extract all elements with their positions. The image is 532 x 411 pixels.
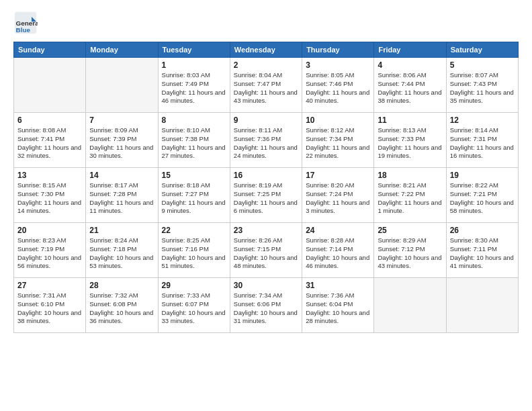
calendar-week-2: 6Sunrise: 8:08 AMSunset: 7:41 PMDaylight… — [14, 113, 519, 168]
day-number: 3 — [306, 60, 370, 70]
day-header-wednesday: Wednesday — [230, 42, 302, 58]
day-info: Sunrise: 8:17 AMSunset: 7:28 PMDaylight:… — [89, 181, 154, 216]
day-info: Sunrise: 8:06 AMSunset: 7:44 PMDaylight:… — [378, 71, 442, 105]
table-row: 19Sunrise: 8:22 AMSunset: 7:21 PMDayligh… — [446, 168, 518, 223]
day-info: Sunrise: 8:07 AMSunset: 7:43 PMDaylight:… — [450, 71, 515, 105]
table-row: 21Sunrise: 8:24 AMSunset: 7:18 PMDayligh… — [86, 223, 158, 278]
day-number: 28 — [89, 281, 154, 290]
day-header-saturday: Saturday — [446, 42, 518, 58]
day-info: Sunrise: 7:31 AMSunset: 6:10 PMDaylight:… — [17, 291, 82, 326]
day-header-monday: Monday — [86, 42, 158, 58]
day-number: 1 — [162, 60, 226, 70]
day-info: Sunrise: 8:19 AMSunset: 7:25 PMDaylight:… — [234, 181, 298, 216]
table-row: 30Sunrise: 7:34 AMSunset: 6:06 PMDayligh… — [230, 278, 302, 333]
day-number: 19 — [450, 171, 515, 180]
table-row: 9Sunrise: 8:11 AMSunset: 7:36 PMDaylight… — [230, 113, 302, 168]
day-info: Sunrise: 8:21 AMSunset: 7:22 PMDaylight:… — [378, 181, 442, 216]
table-row: 8Sunrise: 8:10 AMSunset: 7:38 PMDaylight… — [158, 113, 230, 168]
logo-icon: General Blue — [13, 11, 38, 35]
table-row: 4Sunrise: 8:06 AMSunset: 7:44 PMDaylight… — [374, 58, 446, 113]
day-info: Sunrise: 8:29 AMSunset: 7:12 PMDaylight:… — [378, 236, 442, 271]
table-row: 1Sunrise: 8:03 AMSunset: 7:49 PMDaylight… — [158, 58, 230, 113]
day-info: Sunrise: 8:22 AMSunset: 7:21 PMDaylight:… — [450, 181, 515, 216]
table-row: 7Sunrise: 8:09 AMSunset: 7:39 PMDaylight… — [86, 113, 158, 168]
day-number: 23 — [234, 226, 298, 235]
calendar-header-row: SundayMondayTuesdayWednesdayThursdayFrid… — [14, 42, 519, 58]
header: General Blue — [13, 11, 519, 35]
day-number: 5 — [450, 60, 515, 70]
day-info: Sunrise: 8:05 AMSunset: 7:46 PMDaylight:… — [306, 71, 370, 105]
day-header-friday: Friday — [374, 42, 446, 58]
day-number: 20 — [17, 226, 82, 235]
calendar-table: SundayMondayTuesdayWednesdayThursdayFrid… — [13, 42, 519, 333]
day-number: 18 — [378, 171, 442, 180]
day-number: 31 — [306, 281, 370, 290]
day-number: 10 — [306, 116, 370, 125]
day-info: Sunrise: 8:15 AMSunset: 7:30 PMDaylight:… — [17, 181, 82, 216]
day-number: 24 — [306, 226, 370, 235]
day-info: Sunrise: 8:20 AMSunset: 7:24 PMDaylight:… — [306, 181, 370, 216]
day-number: 9 — [234, 116, 298, 125]
table-row: 11Sunrise: 8:13 AMSunset: 7:33 PMDayligh… — [374, 113, 446, 168]
table-row: 13Sunrise: 8:15 AMSunset: 7:30 PMDayligh… — [14, 168, 86, 223]
table-row: 25Sunrise: 8:29 AMSunset: 7:12 PMDayligh… — [374, 223, 446, 278]
table-row: 5Sunrise: 8:07 AMSunset: 7:43 PMDaylight… — [446, 58, 518, 113]
day-header-sunday: Sunday — [14, 42, 86, 58]
day-number: 14 — [89, 171, 154, 180]
table-row — [14, 58, 86, 113]
day-info: Sunrise: 8:23 AMSunset: 7:19 PMDaylight:… — [17, 236, 82, 271]
day-number: 7 — [89, 116, 154, 125]
calendar-week-3: 13Sunrise: 8:15 AMSunset: 7:30 PMDayligh… — [14, 168, 519, 223]
table-row: 26Sunrise: 8:30 AMSunset: 7:11 PMDayligh… — [446, 223, 518, 278]
table-row: 14Sunrise: 8:17 AMSunset: 7:28 PMDayligh… — [86, 168, 158, 223]
day-number: 17 — [306, 171, 370, 180]
svg-text:Blue: Blue — [16, 26, 31, 34]
table-row: 23Sunrise: 8:26 AMSunset: 7:15 PMDayligh… — [230, 223, 302, 278]
day-number: 12 — [450, 116, 515, 125]
day-info: Sunrise: 8:30 AMSunset: 7:11 PMDaylight:… — [450, 236, 515, 271]
table-row: 28Sunrise: 7:32 AMSunset: 6:08 PMDayligh… — [86, 278, 158, 333]
table-row: 18Sunrise: 8:21 AMSunset: 7:22 PMDayligh… — [374, 168, 446, 223]
day-info: Sunrise: 8:28 AMSunset: 7:14 PMDaylight:… — [306, 236, 370, 271]
table-row: 17Sunrise: 8:20 AMSunset: 7:24 PMDayligh… — [302, 168, 374, 223]
table-row: 12Sunrise: 8:14 AMSunset: 7:31 PMDayligh… — [446, 113, 518, 168]
table-row: 16Sunrise: 8:19 AMSunset: 7:25 PMDayligh… — [230, 168, 302, 223]
table-row: 10Sunrise: 8:12 AMSunset: 7:34 PMDayligh… — [302, 113, 374, 168]
day-info: Sunrise: 8:04 AMSunset: 7:47 PMDaylight:… — [234, 71, 298, 105]
table-row: 29Sunrise: 7:33 AMSunset: 6:07 PMDayligh… — [158, 278, 230, 333]
day-info: Sunrise: 8:26 AMSunset: 7:15 PMDaylight:… — [234, 236, 298, 271]
table-row — [86, 58, 158, 113]
day-info: Sunrise: 7:34 AMSunset: 6:06 PMDaylight:… — [234, 291, 298, 326]
table-row: 3Sunrise: 8:05 AMSunset: 7:46 PMDaylight… — [302, 58, 374, 113]
day-info: Sunrise: 8:24 AMSunset: 7:18 PMDaylight:… — [89, 236, 154, 271]
day-number: 27 — [17, 281, 82, 290]
logo: General Blue — [13, 11, 40, 35]
day-number: 29 — [162, 281, 226, 290]
table-row: 31Sunrise: 7:36 AMSunset: 6:04 PMDayligh… — [302, 278, 374, 333]
table-row: 22Sunrise: 8:25 AMSunset: 7:16 PMDayligh… — [158, 223, 230, 278]
day-info: Sunrise: 8:03 AMSunset: 7:49 PMDaylight:… — [162, 71, 226, 105]
day-info: Sunrise: 8:10 AMSunset: 7:38 PMDaylight:… — [162, 126, 226, 161]
day-info: Sunrise: 8:13 AMSunset: 7:33 PMDaylight:… — [378, 126, 442, 161]
day-number: 13 — [17, 171, 82, 180]
day-number: 22 — [162, 226, 226, 235]
day-info: Sunrise: 7:32 AMSunset: 6:08 PMDaylight:… — [89, 291, 154, 326]
calendar-week-1: 1Sunrise: 8:03 AMSunset: 7:49 PMDaylight… — [14, 58, 519, 113]
day-info: Sunrise: 8:14 AMSunset: 7:31 PMDaylight:… — [450, 126, 515, 161]
table-row: 2Sunrise: 8:04 AMSunset: 7:47 PMDaylight… — [230, 58, 302, 113]
day-number: 11 — [378, 116, 442, 125]
day-info: Sunrise: 8:18 AMSunset: 7:27 PMDaylight:… — [162, 181, 226, 216]
table-row: 24Sunrise: 8:28 AMSunset: 7:14 PMDayligh… — [302, 223, 374, 278]
day-number: 25 — [378, 226, 442, 235]
table-row: 20Sunrise: 8:23 AMSunset: 7:19 PMDayligh… — [14, 223, 86, 278]
table-row — [446, 278, 518, 333]
table-row: 15Sunrise: 8:18 AMSunset: 7:27 PMDayligh… — [158, 168, 230, 223]
day-info: Sunrise: 8:25 AMSunset: 7:16 PMDaylight:… — [162, 236, 226, 271]
day-info: Sunrise: 8:11 AMSunset: 7:36 PMDaylight:… — [234, 126, 298, 161]
day-number: 6 — [17, 116, 82, 125]
day-info: Sunrise: 7:33 AMSunset: 6:07 PMDaylight:… — [162, 291, 226, 326]
day-info: Sunrise: 8:12 AMSunset: 7:34 PMDaylight:… — [306, 126, 370, 161]
day-info: Sunrise: 7:36 AMSunset: 6:04 PMDaylight:… — [306, 291, 370, 326]
day-number: 30 — [234, 281, 298, 290]
day-header-thursday: Thursday — [302, 42, 374, 58]
